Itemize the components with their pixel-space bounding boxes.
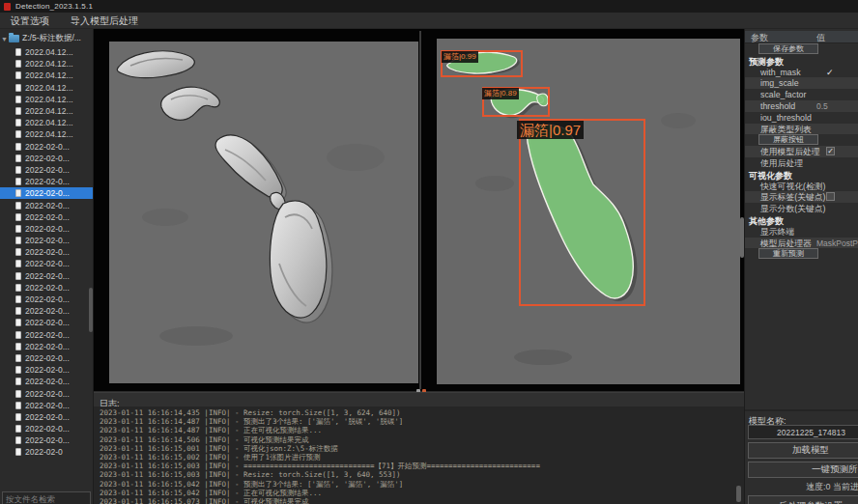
file-item[interactable]: 2022-02-0...: [0, 199, 94, 210]
repredict-button[interactable]: 重新预测: [758, 248, 818, 259]
speed-progress-text: 速度:0 当前进度: [748, 481, 858, 493]
file-item[interactable]: 2022-02-0...: [0, 294, 94, 305]
sidebar-scrollbar[interactable]: [89, 288, 93, 332]
file-item-label: 2022-02-0...: [25, 401, 70, 410]
param-row: iou_threshold: [745, 112, 858, 124]
tree-root-label: Z:/5-标注数据/...: [22, 33, 81, 44]
log-output[interactable]: 2023-01-11 16:16:14,435 |INFO| - Resize:…: [94, 406, 744, 504]
file-icon: [15, 343, 21, 350]
result-image-panel[interactable]: 漏箔|0.99 漏箔|0.89 漏箔|0.97: [437, 39, 740, 384]
file-item[interactable]: 2022-02-0...: [0, 400, 94, 411]
file-icon: [15, 213, 21, 221]
file-item[interactable]: 2022.04.12...: [0, 58, 94, 70]
file-item[interactable]: 2022-02-0...: [0, 376, 94, 387]
file-item[interactable]: 2022-02-0...: [0, 270, 94, 282]
file-item[interactable]: 2022-02-0...: [0, 352, 94, 364]
file-icon: [15, 378, 21, 385]
chevron-down-icon[interactable]: ▼: [0, 36, 9, 42]
file-item[interactable]: 2022-02-0...: [0, 246, 94, 258]
file-item[interactable]: 2022-02-0...: [0, 258, 94, 269]
file-icon: [15, 402, 21, 409]
file-item-label: 2022-02-0...: [25, 389, 70, 399]
menu-item-settings[interactable]: 设置选项: [0, 13, 60, 29]
file-item[interactable]: 2022.04.12...: [0, 70, 94, 81]
log-line: 2023-01-11 16:16:14,435 |INFO| - Resize:…: [100, 408, 744, 417]
checkbox[interactable]: ✓: [826, 147, 835, 155]
file-icon: [15, 307, 21, 315]
file-icon: [15, 143, 21, 151]
file-item[interactable]: 2022-02-0...: [0, 364, 94, 376]
predict-all-button[interactable]: 一键预测所有: [748, 462, 858, 478]
file-icon: [15, 96, 21, 103]
param-label: iou_threshold: [760, 113, 812, 123]
log-line: 2023-01-11 16:16:15,042 |INFO| - 正在可视化预测…: [100, 489, 744, 497]
file-item-label: 2022-02-0...: [25, 212, 70, 222]
file-icon: [15, 390, 21, 398]
load-model-button[interactable]: 加载模型: [748, 442, 858, 459]
log-line: 2023-01-11 16:16:15,042 |INFO| - 预测出了3个结…: [100, 480, 744, 489]
save-params-button[interactable]: 保存参数: [758, 43, 818, 54]
file-item[interactable]: 2022-02-0...: [0, 305, 94, 317]
file-item-label: 2022-02-0...: [25, 353, 70, 363]
log-line: 2023-01-11 16:16:14,487 |INFO| - 预测出了3个结…: [100, 417, 744, 426]
param-row: 显示标签(关键点): [745, 191, 858, 203]
file-item[interactable]: 2022-02-0...: [0, 187, 94, 199]
file-item[interactable]: 2022-02-0...: [0, 176, 94, 187]
file-item[interactable]: 2022-02-0...: [0, 282, 94, 294]
file-item-label: 2022.04.12...: [25, 70, 73, 80]
source-image-panel[interactable]: [109, 42, 418, 383]
checkbox[interactable]: [826, 192, 835, 201]
app-icon: [4, 3, 11, 11]
detection-label: 漏箔|0.89: [482, 88, 519, 99]
detection-box: [519, 119, 645, 306]
log-lines: 2023-01-11 16:16:14,435 |INFO| - Resize:…: [100, 408, 744, 504]
file-item[interactable]: 2022-02-0...: [0, 235, 94, 246]
file-item[interactable]: 2022-02-0...: [0, 141, 94, 153]
panel-divider: [745, 409, 858, 411]
file-item[interactable]: 2022-02-0...: [0, 341, 94, 352]
filename-search-input[interactable]: [2, 491, 91, 504]
file-item-label: 2022-02-0...: [25, 142, 70, 152]
file-item[interactable]: 2022.04.12...: [0, 128, 94, 140]
param-label: scale_factor: [760, 90, 806, 99]
param-row: threshold0.5: [745, 100, 858, 112]
menu-item-import-model-postprocess[interactable]: 导入模型后处理: [60, 13, 149, 29]
file-icon: [15, 331, 21, 339]
tree-root[interactable]: ▼ Z:/5-标注数据/...: [0, 32, 93, 45]
file-item[interactable]: 2022.04.12...: [0, 82, 94, 94]
param-row: 屏蔽类型列表: [745, 124, 858, 135]
file-icon: [15, 48, 21, 56]
param-row: 快速可视化(检测): [745, 181, 858, 192]
file-item[interactable]: 2022.04.12...: [0, 117, 94, 128]
file-icon: [15, 107, 21, 115]
file-item[interactable]: 2022-02-0...: [0, 164, 94, 176]
mask-toggle-button[interactable]: 屏蔽按钮: [758, 134, 818, 145]
file-item[interactable]: 2022-02-0...: [0, 329, 94, 341]
image-viewer: 漏箔|0.99 漏箔|0.89 漏箔|0.97: [94, 29, 744, 391]
file-item[interactable]: 2022-02-0...: [0, 223, 94, 235]
file-item[interactable]: 2022-02-0: [0, 446, 94, 458]
file-item[interactable]: 2022.04.12...: [0, 105, 94, 117]
file-icon: [15, 319, 21, 326]
file-icon: [15, 154, 21, 162]
file-item[interactable]: 2022-02-0...: [0, 211, 94, 223]
menu-bar: 设置选项 导入模型后处理: [0, 13, 858, 29]
file-item[interactable]: 2022-02-0...: [0, 434, 94, 446]
file-item[interactable]: 2022.04.12...: [0, 46, 94, 58]
file-item-label: 2022.04.12...: [25, 95, 73, 104]
file-item[interactable]: 2022-02-0...: [0, 317, 94, 328]
file-item[interactable]: 2022-02-0...: [0, 387, 94, 399]
log-scrollbar[interactable]: [736, 486, 741, 502]
file-item[interactable]: 2022-02-0...: [0, 423, 94, 434]
defect-blob: [270, 201, 326, 318]
param-row: 预测参数: [745, 55, 858, 67]
params-panel: 参数 值 保存参数预测参数with_mask✓img_scalescale_fa…: [744, 29, 858, 504]
file-icon: [15, 272, 21, 280]
postprocess-settings-button[interactable]: 后处理参数设置: [748, 495, 858, 504]
file-item[interactable]: 2022-02-0...: [0, 153, 94, 164]
file-item-label: 2022-02-0...: [25, 318, 70, 327]
model-name-field[interactable]: [748, 425, 858, 439]
file-item-label: 2022-02-0: [25, 447, 63, 457]
file-item[interactable]: 2022.04.12...: [0, 94, 94, 105]
file-item[interactable]: 2022-02-0...: [0, 411, 94, 423]
